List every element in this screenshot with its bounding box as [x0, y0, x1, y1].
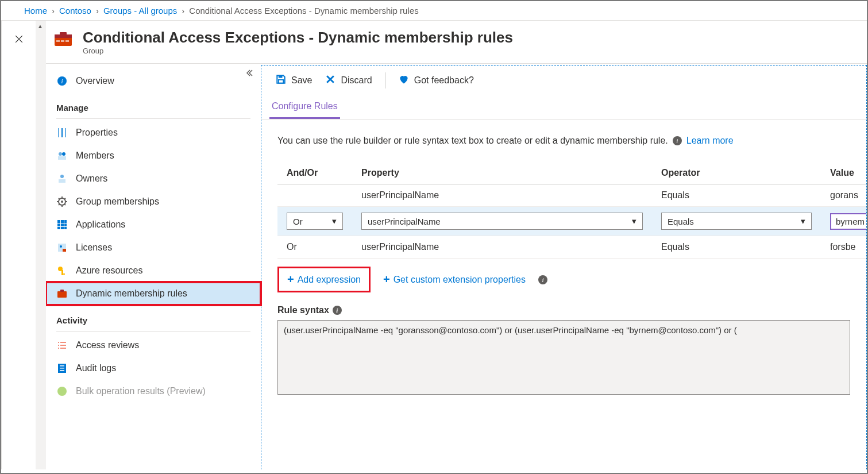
svg-point-37: [57, 387, 67, 396]
page-header: Conditional Access Exceptions - Dynamic …: [46, 21, 867, 64]
rule-row[interactable]: Or userPrincipalName Equals forsbe: [277, 236, 866, 259]
rule-row-active[interactable]: Or ▾ userPrincipalName ▾: [277, 207, 866, 236]
close-icon: [325, 74, 336, 87]
svg-rect-38: [279, 75, 283, 78]
sidebar-item-label: Applications: [76, 219, 125, 230]
save-icon: [275, 74, 287, 87]
cell-property: userPrincipalName: [352, 236, 652, 259]
chevron-right-icon: ›: [52, 6, 55, 16]
rule-syntax-label: Rule syntax i: [277, 305, 850, 315]
scroll-up-icon: ▲: [37, 23, 43, 29]
add-expression-label: Add expression: [298, 275, 361, 285]
svg-rect-23: [61, 227, 64, 229]
svg-rect-10: [58, 156, 66, 160]
breadcrumb-link[interactable]: Contoso: [59, 6, 91, 16]
license-icon: [56, 242, 68, 253]
sidebar-item-dynamic-rules[interactable]: Dynamic membership rules: [46, 282, 261, 305]
sliders-icon: [56, 127, 68, 138]
breadcrumb-link[interactable]: Home: [24, 6, 47, 16]
sidebar-item-overview[interactable]: i Overview: [46, 70, 261, 93]
tab-configure-rules[interactable]: Configure Rules: [269, 95, 340, 119]
sidebar-item-owners[interactable]: Owners: [46, 167, 261, 190]
svg-rect-27: [63, 249, 66, 252]
column-header-property: Property: [352, 162, 652, 184]
group-icon: [53, 29, 74, 49]
cell-value: gorans: [821, 184, 866, 207]
add-expression-button[interactable]: + Add expression: [283, 269, 365, 290]
select-value: userPrincipalName: [368, 217, 441, 226]
andor-select[interactable]: Or ▾: [287, 213, 343, 230]
rule-row[interactable]: userPrincipalName Equals gorans: [277, 184, 866, 207]
info-icon[interactable]: i: [538, 275, 547, 284]
svg-rect-35: [60, 368, 64, 369]
chevron-right-icon: ›: [96, 6, 99, 16]
property-select[interactable]: userPrincipalName ▾: [361, 213, 643, 230]
chevron-right-icon: ›: [182, 6, 184, 16]
sidebar-item-label: Azure resources: [76, 265, 143, 276]
cell-andor: [277, 184, 352, 207]
close-icon[interactable]: [13, 37, 25, 47]
cell-operator: Equals: [652, 236, 821, 259]
sidebar-item-members[interactable]: Members: [46, 144, 261, 167]
cell-property: userPrincipalName: [352, 184, 652, 207]
info-icon[interactable]: i: [673, 136, 682, 145]
feedback-button[interactable]: Got feedback?: [398, 74, 474, 87]
rule-syntax-textbox[interactable]: (user.userPrincipalName -eq "goransson@c…: [277, 320, 850, 395]
discard-button[interactable]: Discard: [325, 74, 372, 87]
divider: [56, 118, 250, 119]
collapse-sidebar-icon[interactable]: [245, 68, 254, 80]
sidebar-item-access-reviews[interactable]: Access reviews: [46, 334, 261, 357]
svg-point-15: [61, 201, 63, 203]
sidebar-item-label: Bulk operation results (Preview): [76, 386, 206, 396]
sidebar-item-group-memberships[interactable]: Group memberships: [46, 190, 261, 213]
sidebar-item-audit-logs[interactable]: Audit logs: [46, 357, 261, 380]
briefcase-icon: [56, 288, 68, 299]
svg-rect-2: [60, 32, 67, 36]
breadcrumb-link[interactable]: Groups - All groups: [103, 6, 177, 16]
log-icon: [56, 363, 68, 374]
owners-icon: [56, 173, 68, 184]
intro-message: You can use the rule builder or rule syn…: [277, 136, 668, 146]
intro-text: You can use the rule builder or rule syn…: [277, 136, 850, 146]
cell-value: forsbe: [821, 236, 866, 259]
svg-rect-21: [64, 223, 67, 226]
sidebar-item-label: Overview: [76, 76, 114, 86]
sidebar-item-azure-resources[interactable]: Azure resources: [46, 259, 261, 282]
rule-builder-table: And/Or Property Operator Value userPrinc…: [277, 162, 866, 259]
gear-icon: [56, 196, 68, 207]
operator-select[interactable]: Equals ▾: [661, 213, 812, 230]
divider: [56, 331, 250, 332]
members-icon: [56, 150, 68, 161]
checklist-icon: [56, 340, 68, 351]
circle-check-icon: [56, 386, 68, 397]
svg-rect-13: [59, 179, 65, 183]
select-value: Or: [293, 217, 303, 226]
cell-andor: Or: [277, 236, 352, 259]
get-custom-label: Get custom extension properties: [394, 275, 526, 285]
value-input[interactable]: byrnem: [830, 213, 866, 230]
svg-rect-18: [64, 220, 67, 223]
svg-point-12: [60, 175, 64, 178]
svg-rect-22: [57, 227, 60, 229]
sidebar-section-manage: Manage: [46, 93, 261, 116]
save-button[interactable]: Save: [275, 74, 312, 87]
sidebar-item-label: Members: [76, 151, 114, 161]
svg-rect-31: [57, 291, 67, 298]
sidebar-item-applications[interactable]: Applications: [46, 213, 261, 236]
svg-rect-17: [61, 220, 64, 223]
svg-rect-6: [58, 128, 59, 137]
info-icon[interactable]: i: [333, 306, 342, 315]
get-custom-properties-button[interactable]: + Get custom extension properties: [379, 269, 530, 290]
sidebar-item-licenses[interactable]: Licenses: [46, 236, 261, 259]
scrollbar[interactable]: ▲: [36, 21, 46, 469]
svg-rect-36: [60, 370, 64, 371]
sidebar-item-bulk-results[interactable]: Bulk operation results (Preview): [46, 380, 261, 403]
svg-rect-34: [60, 365, 64, 367]
learn-more-link[interactable]: Learn more: [686, 136, 734, 146]
save-label: Save: [291, 75, 312, 86]
svg-point-11: [62, 152, 65, 156]
sidebar-item-properties[interactable]: Properties: [46, 121, 261, 144]
page-subtitle: Group: [83, 47, 513, 55]
breadcrumb-current: Conditional Access Exceptions - Dynamic …: [189, 6, 418, 16]
svg-point-9: [59, 152, 62, 156]
